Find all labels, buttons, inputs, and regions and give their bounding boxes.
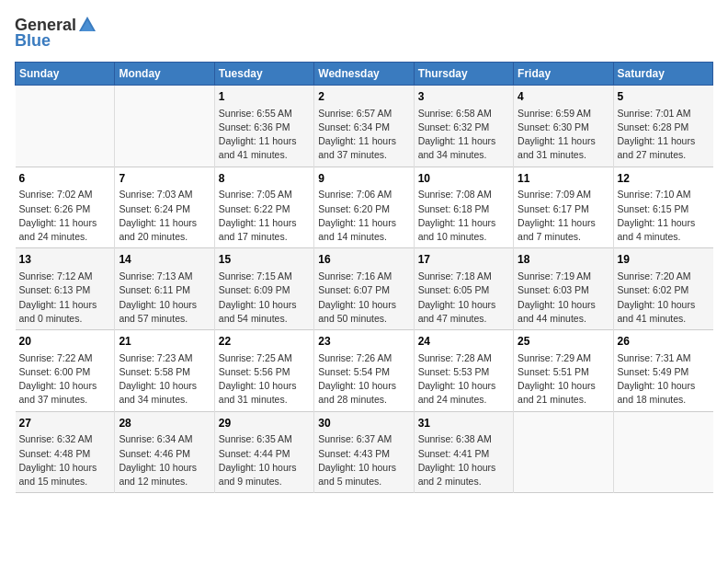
calendar-cell: 12Sunrise: 7:10 AMSunset: 6:15 PMDayligh… <box>613 167 712 248</box>
day-info: Sunrise: 7:02 AMSunset: 6:26 PMDaylight:… <box>19 188 111 244</box>
calendar-cell: 22Sunrise: 7:25 AMSunset: 5:56 PMDayligh… <box>214 330 313 412</box>
day-number: 12 <box>618 171 710 187</box>
calendar-cell: 6Sunrise: 7:02 AMSunset: 6:26 PMDaylight… <box>16 167 115 248</box>
day-number: 13 <box>19 252 111 268</box>
day-number: 14 <box>119 252 210 268</box>
day-info: Sunrise: 7:26 AMSunset: 5:54 PMDaylight:… <box>318 351 409 408</box>
day-number: 30 <box>318 416 409 431</box>
day-info: Sunrise: 7:05 AMSunset: 6:22 PMDaylight:… <box>219 188 310 244</box>
day-number: 5 <box>618 89 710 105</box>
day-info: Sunrise: 7:09 AMSunset: 6:17 PMDaylight:… <box>518 188 609 244</box>
week-row-5: 27Sunrise: 6:32 AMSunset: 4:48 PMDayligh… <box>16 411 713 493</box>
weekday-header-sunday: Sunday <box>16 63 115 86</box>
day-number: 23 <box>318 334 409 350</box>
weekday-header-tuesday: Tuesday <box>214 63 313 86</box>
day-info: Sunrise: 7:23 AMSunset: 5:58 PMDaylight:… <box>119 351 210 408</box>
calendar-cell: 16Sunrise: 7:16 AMSunset: 6:07 PMDayligh… <box>314 248 414 330</box>
day-number: 9 <box>318 171 409 187</box>
day-number: 22 <box>219 334 310 350</box>
calendar-cell: 8Sunrise: 7:05 AMSunset: 6:22 PMDaylight… <box>214 167 313 248</box>
day-number: 8 <box>219 171 310 187</box>
calendar-cell: 3Sunrise: 6:58 AMSunset: 6:32 PMDaylight… <box>414 86 513 167</box>
calendar-cell: 14Sunrise: 7:13 AMSunset: 6:11 PMDayligh… <box>115 248 214 330</box>
day-info: Sunrise: 6:57 AMSunset: 6:34 PMDaylight:… <box>318 107 409 163</box>
weekday-header-friday: Friday <box>514 63 613 86</box>
day-info: Sunrise: 6:59 AMSunset: 6:30 PMDaylight:… <box>518 107 609 163</box>
calendar-cell: 9Sunrise: 7:06 AMSunset: 6:20 PMDaylight… <box>314 167 414 248</box>
day-number: 4 <box>518 89 609 105</box>
day-number: 17 <box>418 252 509 268</box>
calendar-table: SundayMondayTuesdayWednesdayThursdayFrid… <box>15 62 713 493</box>
day-info: Sunrise: 7:25 AMSunset: 5:56 PMDaylight:… <box>219 351 310 408</box>
day-info: Sunrise: 7:13 AMSunset: 6:11 PMDaylight:… <box>119 270 210 326</box>
day-number: 20 <box>19 334 111 350</box>
week-row-3: 13Sunrise: 7:12 AMSunset: 6:13 PMDayligh… <box>16 248 713 330</box>
weekday-header-monday: Monday <box>115 63 214 86</box>
calendar-cell: 28Sunrise: 6:34 AMSunset: 4:46 PMDayligh… <box>115 411 214 493</box>
day-info: Sunrise: 6:37 AMSunset: 4:43 PMDaylight:… <box>318 432 409 488</box>
page-header: General Blue <box>15 15 713 51</box>
calendar-cell <box>514 411 613 493</box>
calendar-cell: 13Sunrise: 7:12 AMSunset: 6:13 PMDayligh… <box>16 248 115 330</box>
weekday-header-thursday: Thursday <box>414 63 513 86</box>
day-number: 31 <box>418 416 509 431</box>
day-number: 7 <box>119 171 210 187</box>
logo-icon <box>77 15 97 35</box>
day-info: Sunrise: 6:38 AMSunset: 4:41 PMDaylight:… <box>418 432 509 488</box>
day-number: 16 <box>318 252 409 268</box>
weekday-header-wednesday: Wednesday <box>314 63 414 86</box>
calendar-cell: 1Sunrise: 6:55 AMSunset: 6:36 PMDaylight… <box>214 86 313 167</box>
day-info: Sunrise: 6:34 AMSunset: 4:46 PMDaylight:… <box>119 432 210 488</box>
day-number: 27 <box>19 416 111 431</box>
calendar-cell: 25Sunrise: 7:29 AMSunset: 5:51 PMDayligh… <box>514 330 613 412</box>
day-info: Sunrise: 7:28 AMSunset: 5:53 PMDaylight:… <box>418 351 509 408</box>
calendar-cell: 24Sunrise: 7:28 AMSunset: 5:53 PMDayligh… <box>414 330 513 412</box>
calendar-cell: 10Sunrise: 7:08 AMSunset: 6:18 PMDayligh… <box>414 167 513 248</box>
day-info: Sunrise: 7:06 AMSunset: 6:20 PMDaylight:… <box>318 188 409 244</box>
day-number: 15 <box>219 252 310 268</box>
calendar-cell <box>16 86 115 167</box>
day-number: 1 <box>219 89 310 105</box>
calendar-cell <box>613 411 712 493</box>
day-info: Sunrise: 7:08 AMSunset: 6:18 PMDaylight:… <box>418 188 509 244</box>
calendar-cell: 23Sunrise: 7:26 AMSunset: 5:54 PMDayligh… <box>314 330 414 412</box>
day-info: Sunrise: 7:01 AMSunset: 6:28 PMDaylight:… <box>618 107 710 163</box>
week-row-4: 20Sunrise: 7:22 AMSunset: 6:00 PMDayligh… <box>16 330 713 412</box>
logo-blue: Blue <box>15 31 51 51</box>
calendar-cell: 2Sunrise: 6:57 AMSunset: 6:34 PMDaylight… <box>314 86 414 167</box>
calendar-cell <box>115 86 214 167</box>
day-number: 24 <box>418 334 509 350</box>
day-info: Sunrise: 6:58 AMSunset: 6:32 PMDaylight:… <box>418 107 509 163</box>
calendar-cell: 7Sunrise: 7:03 AMSunset: 6:24 PMDaylight… <box>115 167 214 248</box>
calendar-cell: 4Sunrise: 6:59 AMSunset: 6:30 PMDaylight… <box>514 86 613 167</box>
weekday-header-saturday: Saturday <box>613 63 712 86</box>
calendar-cell: 5Sunrise: 7:01 AMSunset: 6:28 PMDaylight… <box>613 86 712 167</box>
calendar-cell: 17Sunrise: 7:18 AMSunset: 6:05 PMDayligh… <box>414 248 513 330</box>
day-info: Sunrise: 7:18 AMSunset: 6:05 PMDaylight:… <box>418 270 509 326</box>
calendar-cell: 31Sunrise: 6:38 AMSunset: 4:41 PMDayligh… <box>414 411 513 493</box>
day-number: 10 <box>418 171 509 187</box>
day-info: Sunrise: 7:16 AMSunset: 6:07 PMDaylight:… <box>318 270 409 326</box>
calendar-cell: 26Sunrise: 7:31 AMSunset: 5:49 PMDayligh… <box>613 330 712 412</box>
weekday-header-row: SundayMondayTuesdayWednesdayThursdayFrid… <box>16 63 713 86</box>
calendar-cell: 19Sunrise: 7:20 AMSunset: 6:02 PMDayligh… <box>613 248 712 330</box>
calendar-cell: 18Sunrise: 7:19 AMSunset: 6:03 PMDayligh… <box>514 248 613 330</box>
day-info: Sunrise: 7:31 AMSunset: 5:49 PMDaylight:… <box>618 351 710 408</box>
calendar-cell: 30Sunrise: 6:37 AMSunset: 4:43 PMDayligh… <box>314 411 414 493</box>
day-number: 3 <box>418 89 509 105</box>
day-info: Sunrise: 6:55 AMSunset: 6:36 PMDaylight:… <box>219 107 310 163</box>
day-info: Sunrise: 7:19 AMSunset: 6:03 PMDaylight:… <box>518 270 609 326</box>
logo: General Blue <box>15 15 98 51</box>
day-info: Sunrise: 7:03 AMSunset: 6:24 PMDaylight:… <box>119 188 210 244</box>
day-info: Sunrise: 7:22 AMSunset: 6:00 PMDaylight:… <box>19 351 111 408</box>
day-info: Sunrise: 7:15 AMSunset: 6:09 PMDaylight:… <box>219 270 310 326</box>
calendar-cell: 21Sunrise: 7:23 AMSunset: 5:58 PMDayligh… <box>115 330 214 412</box>
calendar-cell: 29Sunrise: 6:35 AMSunset: 4:44 PMDayligh… <box>214 411 313 493</box>
day-number: 29 <box>219 416 310 431</box>
calendar-cell: 15Sunrise: 7:15 AMSunset: 6:09 PMDayligh… <box>214 248 313 330</box>
calendar-cell: 27Sunrise: 6:32 AMSunset: 4:48 PMDayligh… <box>16 411 115 493</box>
day-number: 11 <box>518 171 609 187</box>
day-number: 26 <box>618 334 710 350</box>
calendar-cell: 11Sunrise: 7:09 AMSunset: 6:17 PMDayligh… <box>514 167 613 248</box>
week-row-1: 1Sunrise: 6:55 AMSunset: 6:36 PMDaylight… <box>16 86 713 167</box>
